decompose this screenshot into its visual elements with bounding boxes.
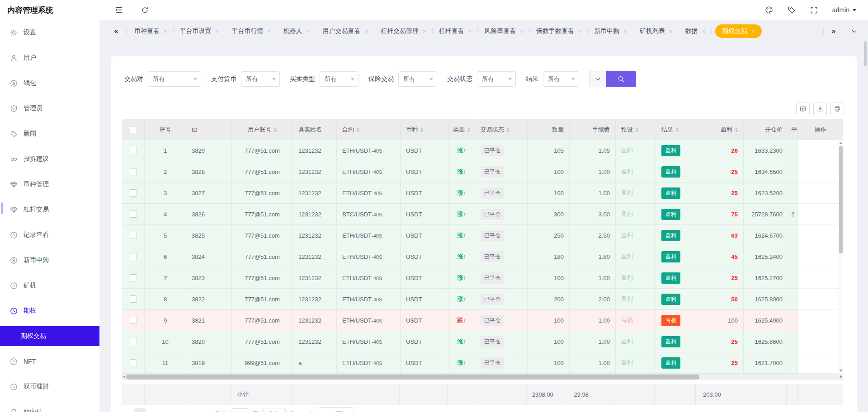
tab-2[interactable]: 平台币设置× [174,20,226,42]
close-tab-icon[interactable]: × [669,28,673,35]
row-checkbox[interactable] [130,147,137,154]
vertical-scrollbar-thumb[interactable] [839,146,843,253]
sidebar-item-settings[interactable]: 设置 [0,20,99,45]
row-checkbox[interactable] [130,168,137,175]
sidebar-item-options[interactable]: 期权 [0,298,99,323]
confirm-button[interactable]: 确定 [262,408,286,412]
select-all-checkbox[interactable] [130,126,137,133]
window-scrollbar-thumb[interactable] [864,41,867,66]
filter-select[interactable]: 所有 [477,71,516,87]
sort-icon[interactable] [676,127,679,132]
row-checkbox[interactable] [130,189,137,197]
tabs-menu-button[interactable] [845,28,863,35]
sidebar-item-margin-trade[interactable]: 杠杆交易 [0,197,99,222]
tabs-scroll-right-button[interactable]: » [825,27,842,35]
window-scrollbar[interactable] [863,40,867,409]
row-checkbox[interactable] [130,211,137,218]
close-tab-icon[interactable]: × [423,28,426,35]
sidebar-item-records[interactable]: 记录查看 [0,222,99,248]
close-tab-icon[interactable]: × [623,28,627,35]
scroll-down-arrow[interactable] [839,370,843,372]
page-button-2[interactable]: 2 [148,408,160,412]
row-checkbox[interactable] [130,359,137,366]
tab-5[interactable]: 用户交易查看× [316,20,374,42]
user-menu[interactable]: admin [832,6,856,14]
fullscreen-button[interactable] [810,6,818,14]
sidebar-item-wallet[interactable]: 钱包 [0,70,99,96]
tab-10[interactable]: 新币申购× [588,20,633,42]
close-tab-icon[interactable]: × [751,28,755,35]
close-tab-icon[interactable]: × [702,28,706,35]
filter-select[interactable]: 所有 [398,71,437,87]
row-checkbox[interactable] [130,317,137,324]
filter-select[interactable]: 所有 [320,71,359,87]
tab-11[interactable]: 矿机列表× [633,20,679,42]
columns-button[interactable] [796,103,810,115]
sort-icon[interactable] [636,127,638,132]
collapse-sidebar-button[interactable] [115,6,123,14]
tab-8[interactable]: 风险率查看× [478,20,530,42]
sort-icon[interactable] [274,127,277,132]
row-checkbox[interactable] [130,274,137,281]
close-tab-icon[interactable]: × [307,28,310,35]
tab-4[interactable]: 机器人× [277,20,316,42]
filter-select[interactable]: 所有 [241,71,280,87]
close-tab-icon[interactable]: × [164,28,167,35]
tab-6[interactable]: 杠杆交易管理× [374,20,433,42]
close-tab-icon[interactable]: × [364,28,368,35]
search-button[interactable] [606,71,636,87]
tab-7[interactable]: 杠杆查看× [433,20,478,42]
close-tab-icon[interactable]: × [520,28,524,35]
tab-13[interactable]: 期权交易× [715,24,762,38]
tab-3[interactable]: 平台币行情× [225,20,277,42]
sidebar-item-admins[interactable]: 管理员 [0,96,99,121]
sidebar-item-coin-manage[interactable]: 币种管理 [0,172,99,197]
scroll-right-arrow[interactable] [840,375,842,378]
page-size-select[interactable]: 20条/页 [318,407,354,412]
sidebar-item-feedback[interactable]: 投拆建议 [0,146,99,172]
row-checkbox[interactable] [130,253,137,260]
tag-button[interactable] [788,6,796,14]
sort-icon[interactable] [357,127,359,132]
row-checkbox[interactable] [130,295,137,303]
tabs-scroll-left-button[interactable]: « [108,27,125,35]
scroll-up-arrow[interactable] [839,142,843,144]
page-button-100[interactable]: 100 [190,408,202,412]
sidebar-item-new-coin[interactable]: 新币申购 [0,248,99,273]
refresh-button[interactable] [141,6,149,14]
prev-page-button[interactable]: ‹ [124,410,130,412]
theme-palette-button[interactable] [765,6,773,14]
horizontal-scrollbar-thumb[interactable] [126,375,699,379]
next-page-button[interactable]: › [206,410,212,412]
sidebar-item-site-mail[interactable]: 站内信 [0,399,99,412]
expand-filters-button[interactable] [589,71,606,87]
sidebar-scrollbar-thumb[interactable] [1,202,3,214]
filter-select[interactable]: 所有 [148,71,201,87]
table-horizontal-scrollbar[interactable] [122,374,843,380]
scroll-left-arrow[interactable] [123,375,125,378]
export-button[interactable] [813,103,827,115]
tab-9[interactable]: 倍数手数查看× [530,20,588,42]
page-jump-input[interactable] [231,408,249,412]
close-tab-icon[interactable]: × [216,28,219,35]
sort-icon[interactable] [735,127,738,132]
print-button[interactable] [830,103,844,115]
sort-icon[interactable] [420,127,423,132]
filter-select[interactable]: 所有 [543,71,579,87]
table-vertical-scrollbar[interactable] [838,140,843,374]
close-tab-icon[interactable]: × [468,28,472,35]
sort-icon[interactable] [467,127,470,132]
close-tab-icon[interactable]: × [578,28,582,35]
tab-1[interactable]: 币种查看× [128,20,174,42]
page-button-1[interactable]: 1 [134,408,146,412]
row-checkbox[interactable] [130,232,137,239]
sidebar-item-news[interactable]: 新闻 [0,121,99,146]
sort-icon[interactable] [507,127,509,132]
close-tab-icon[interactable]: × [267,28,271,35]
row-checkbox[interactable] [130,338,137,345]
tab-12[interactable]: 数据× [679,20,712,42]
sidebar-item-miner[interactable]: 矿机 [0,273,99,298]
sidebar-item-options-trade[interactable]: 期权交易 [0,326,99,346]
sidebar-item-nft[interactable]: NFT [0,349,99,374]
sidebar-item-dual-invest[interactable]: 双币理财 [0,374,99,399]
